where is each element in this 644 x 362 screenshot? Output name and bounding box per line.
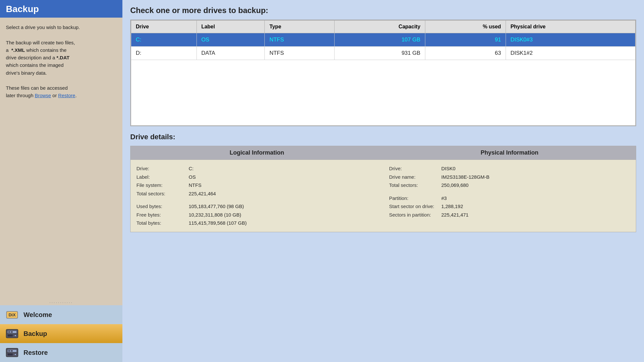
logical-panel: Logical Information Drive: C: Label: OS … — [131, 146, 383, 232]
logical-panel-body: Drive: C: Label: OS File system: NTFS To… — [131, 160, 383, 232]
physical-sectors-value: 250,069,680 — [441, 181, 468, 189]
svg-rect-2 — [8, 335, 13, 337]
logical-spacer — [136, 198, 377, 202]
logical-drive-value: C: — [189, 164, 194, 173]
hdd-svg — [6, 328, 19, 339]
svg-rect-4 — [8, 331, 10, 333]
col-pct-used: % used — [425, 21, 506, 33]
physical-panel: Physical Information Drive: DISK0 Drive … — [383, 146, 636, 232]
logical-drive-row: Drive: C: — [136, 164, 377, 173]
col-capacity: Capacity — [334, 21, 425, 33]
svg-rect-12 — [11, 350, 13, 352]
logical-sectors-value: 225,421,464 — [189, 189, 216, 198]
dat-label: *.DAT — [56, 55, 70, 60]
drive-c-drive: C: — [131, 33, 197, 47]
logical-total-row: Total bytes: 115,415,789,568 (107 GB) — [136, 219, 377, 227]
svg-point-10 — [14, 354, 16, 355]
logical-total-label: Total bytes: — [136, 219, 189, 227]
drive-table-container: Drive Label Type Capacity % used Physica… — [130, 20, 636, 126]
physical-name-value: IM2S3138E-128GM-B — [441, 173, 490, 181]
svg-rect-11 — [8, 350, 10, 352]
physical-partition-row: Partition: #3 — [389, 194, 630, 203]
logical-fs-label: File system: — [136, 181, 189, 189]
logical-sectors-row: Total sectors: 225,421,464 — [136, 189, 377, 198]
sidebar-desc-para2: The backup will create two files,a *.XML… — [6, 39, 117, 77]
or-sep: or — [51, 93, 58, 98]
sidebar-description: Select a drive you wish to backup. The b… — [0, 18, 122, 296]
physical-panel-header: Physical Information — [383, 146, 636, 160]
col-type: Type — [265, 21, 334, 33]
physical-name-row: Drive name: IM2S3138E-128GM-B — [389, 173, 630, 181]
nav-label-backup: Backup — [24, 330, 47, 338]
sidebar-desc-para1: Select a drive you wish to backup. — [6, 23, 117, 31]
logical-label-row: Label: OS — [136, 173, 377, 181]
drive-c-capacity: 107 GB — [334, 33, 425, 47]
physical-start-row: Start sector on drive: 1,288,192 — [389, 202, 630, 211]
period: . — [75, 93, 77, 98]
table-row[interactable]: C: OS NTFS 107 GB 91 DISK0#3 — [131, 33, 636, 47]
logical-fs-value: NTFS — [189, 181, 201, 189]
restore-link[interactable]: Restore — [58, 93, 75, 98]
sidebar-desc-para3: These files can be accessedlater through… — [6, 84, 117, 99]
physical-partsectors-label: Sectors in partition: — [389, 211, 441, 219]
xml-label: *.XML — [11, 47, 25, 53]
drive-c-pct: 91 — [425, 33, 506, 47]
sidebar-title: Backup — [0, 0, 122, 18]
physical-sectors-row: Total sectors: 250,069,680 — [389, 181, 630, 189]
svg-point-3 — [14, 335, 16, 337]
drive-d-type: NTFS — [265, 47, 334, 60]
nav-label-restore: Restore — [24, 349, 48, 356]
physical-start-value: 1,288,192 — [441, 202, 463, 211]
svg-rect-9 — [8, 354, 13, 355]
logical-used-value: 105,183,477,760 (98 GB) — [189, 202, 244, 211]
logical-label-value: OS — [189, 173, 196, 181]
welcome-icon: DiX — [5, 309, 20, 321]
drive-d-physical: DISK1#2 — [506, 47, 635, 60]
table-row[interactable]: D: DATA NTFS 931 GB 63 DISK1#2 — [131, 47, 636, 60]
logical-total-value: 115,415,789,568 (107 GB) — [189, 219, 247, 227]
main-content: Check one or more drives to backup: Driv… — [122, 0, 644, 362]
physical-sectors-label: Total sectors: — [389, 181, 441, 189]
logical-free-label: Free bytes: — [136, 211, 189, 219]
main-table-title: Check one or more drives to backup: — [130, 6, 636, 15]
logical-drive-label: Drive: — [136, 164, 189, 173]
physical-name-label: Drive name: — [389, 173, 441, 181]
dix-badge: DiX — [6, 311, 18, 319]
physical-panel-body: Drive: DISK0 Drive name: IM2S3138E-128GM… — [383, 160, 636, 223]
table-empty-area — [136, 63, 631, 122]
logical-sectors-label: Total sectors: — [136, 189, 189, 198]
physical-partsectors-row: Sectors in partition: 225,421,471 — [389, 211, 630, 219]
drive-d-label: DATA — [196, 47, 265, 60]
backup-icon — [5, 327, 20, 340]
nav-label-welcome: Welcome — [24, 311, 52, 319]
logical-free-value: 10,232,311,808 (10 GB) — [189, 211, 241, 219]
physical-partition-label: Partition: — [389, 194, 441, 203]
physical-spacer — [389, 189, 630, 194]
col-physical: Physical drive — [506, 21, 635, 33]
logical-used-row: Used bytes: 105,183,477,760 (98 GB) — [136, 202, 377, 211]
nav-item-backup[interactable]: Backup — [0, 324, 122, 343]
sidebar: Backup Select a drive you wish to backup… — [0, 0, 122, 362]
browse-link[interactable]: Browse — [35, 93, 51, 98]
drive-c-label: OS — [196, 33, 265, 47]
col-drive: Drive — [131, 21, 197, 33]
logical-fs-row: File system: NTFS — [136, 181, 377, 189]
drive-details-title: Drive details: — [130, 133, 636, 141]
physical-partsectors-value: 225,421,471 — [441, 211, 468, 219]
nav-item-restore[interactable]: Restore — [0, 343, 122, 362]
physical-partition-value: #3 — [441, 194, 447, 203]
logical-label-label: Label: — [136, 173, 189, 181]
physical-drive-value: DISK0 — [441, 164, 455, 173]
physical-start-label: Start sector on drive: — [389, 202, 441, 211]
sidebar-divider: ........... — [0, 296, 122, 305]
drive-table: Drive Label Type Capacity % used Physica… — [131, 20, 636, 126]
nav-item-welcome[interactable]: DiX Welcome — [0, 305, 122, 324]
drive-d-drive: D: — [131, 47, 197, 60]
svg-rect-5 — [11, 331, 13, 333]
restore-hdd-svg — [6, 347, 19, 358]
col-label: Label — [196, 21, 265, 33]
restore-icon — [5, 346, 20, 359]
logical-used-label: Used bytes: — [136, 202, 189, 211]
drive-c-physical: DISK0#3 — [506, 33, 635, 47]
drive-d-capacity: 931 GB — [334, 47, 425, 60]
